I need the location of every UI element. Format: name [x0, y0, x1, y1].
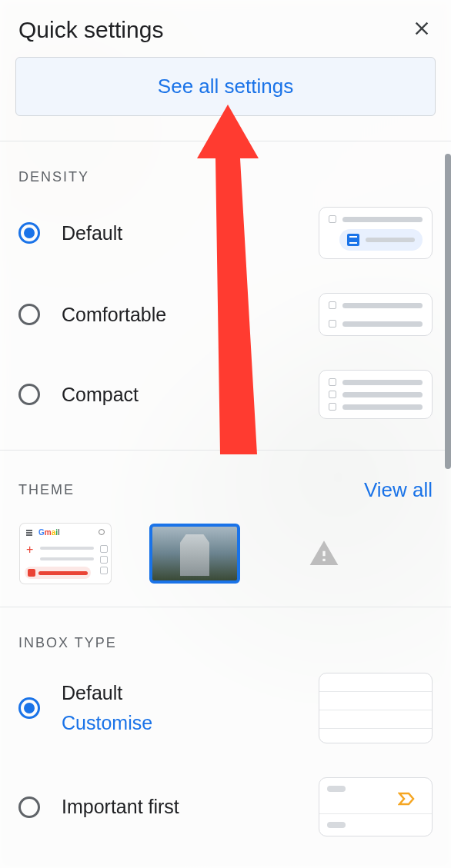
theme-thumb-high-contrast[interactable] — [279, 524, 369, 584]
importance-marker-icon — [398, 792, 416, 806]
inbox-type-title: INBOX TYPE — [18, 635, 433, 651]
density-label: Comfortable — [62, 304, 297, 326]
radio-selected-icon — [18, 697, 40, 719]
panel-title: Quick settings — [18, 17, 163, 43]
density-option-compact[interactable]: Compact — [18, 370, 433, 419]
customise-link[interactable]: Customise — [62, 712, 297, 734]
quick-settings-panel: Quick settings See all settings DENSITY … — [0, 0, 451, 868]
header: Quick settings — [0, 0, 451, 57]
density-preview-default — [319, 207, 433, 259]
density-option-default[interactable]: Default — [18, 207, 433, 259]
see-all-settings-button[interactable]: See all settings — [15, 57, 436, 116]
radio-unselected-icon — [18, 796, 40, 818]
radio-selected-icon — [18, 222, 40, 244]
density-section: DENSITY Default Comfortable Compact — [0, 141, 451, 450]
inbox-label: Important first — [62, 796, 297, 818]
radio-unselected-icon — [18, 304, 40, 325]
density-title: DENSITY — [18, 169, 433, 185]
theme-section: THEME View all Gmail + — [0, 450, 451, 607]
gmail-logo-icon: Gmail — [38, 528, 60, 537]
inbox-option-important-first[interactable]: Important first — [18, 777, 433, 836]
theme-title: THEME — [18, 482, 75, 498]
hamburger-icon — [26, 530, 32, 531]
search-icon — [99, 529, 105, 535]
inbox-preview-default — [319, 673, 433, 743]
inbox-option-default[interactable]: Default Customise — [18, 673, 433, 743]
density-option-comfortable[interactable]: Comfortable — [18, 293, 433, 336]
scrollbar[interactable] — [445, 154, 451, 469]
theme-view-all-link[interactable]: View all — [364, 478, 433, 502]
warning-triangle-icon — [309, 538, 339, 569]
close-icon — [411, 18, 433, 39]
inbox-preview-important — [319, 777, 433, 836]
radio-unselected-icon — [18, 384, 40, 405]
close-button[interactable] — [411, 18, 433, 43]
density-label: Default — [62, 222, 297, 244]
theme-thumb-gmail-default[interactable]: Gmail + — [20, 524, 111, 584]
theme-thumb-photo[interactable] — [149, 524, 240, 584]
inbox-label: Default — [62, 682, 297, 704]
density-label: Compact — [62, 384, 297, 406]
density-preview-compact — [319, 370, 433, 419]
inbox-type-section: INBOX TYPE Default Customise Important f… — [0, 607, 451, 836]
mail-item-icon — [347, 234, 359, 246]
compose-plus-icon: + — [26, 544, 33, 556]
density-preview-comfortable — [319, 293, 433, 336]
